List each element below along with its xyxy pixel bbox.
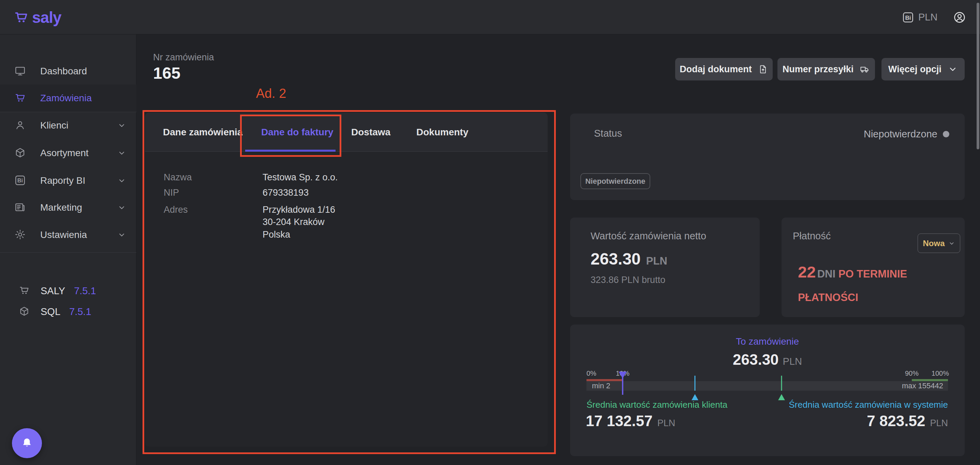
currency-label: PLN [918,11,937,23]
package-icon [14,147,27,159]
invoice-address-line1: Przykładowa 1/16 [262,205,335,215]
svg-text:Bi: Bi [18,177,23,183]
version-name: SALY [41,285,65,297]
tab-dostawa[interactable]: Dostawa [351,113,390,152]
tab-dokumenty[interactable]: Dokumenty [416,113,468,152]
currency-selector[interactable]: Bi PLN [902,0,937,35]
client-marker-triangle-icon [778,394,785,400]
gauge-title: To zamówienie [570,336,965,347]
version-number: 7.5.1 [74,285,96,297]
net-amount-currency: PLN [646,255,667,267]
news-icon [14,202,27,214]
active-tab-underline [245,150,336,152]
chevron-down-icon [117,149,126,157]
gauge-track: min 2 max 155442 [587,381,948,391]
invoice-nip-value: 679338193 [262,187,309,198]
overdue-days: 22 [798,263,816,281]
user-avatar-icon [953,11,966,24]
net-amount-number: 263.30 [590,249,641,268]
order-net-amount: 263.30 PLN [590,249,667,268]
main-content: Nr zamówienia 165 Dodaj dokument Numer p… [137,35,980,465]
overdue-days-unit: DNI [817,268,838,280]
gauge-min-label: min 2 [592,381,610,391]
cart-icon [19,285,30,297]
payment-title: Płatność [793,230,830,242]
client-average-value: 17 132.57PLN [586,413,675,430]
sidebar-item-dashboard[interactable]: Dashboard [0,58,137,85]
order-comparison-panel: To zamówienie 263.30PLN 0% 10% 90% 100% … [570,325,965,456]
sidebar-item-asortyment[interactable]: Asortyment [0,140,137,167]
invoice-address-line2: 30-204 Kraków [262,217,325,227]
status-chip-button[interactable]: Niepotwierdzone [581,173,650,189]
tab-bar: Dane zamówienia Dane do faktury Dostawa … [145,113,547,152]
payment-panel: Płatność Nowa 22 DNI PO TERMINIE PŁATNOŚ… [781,217,965,317]
vertical-scrollbar[interactable] [977,3,979,149]
percent-label-100: 100% [932,370,949,378]
system-average-label: Średnia wartość zamówienia w systemie [789,400,948,410]
invoice-address-label: Adres [164,205,188,215]
monitor-icon [14,65,27,78]
person-icon [14,119,27,132]
logo-text: saly [32,8,61,27]
bell-icon [21,437,33,450]
percent-label-0: 0% [587,370,597,378]
notifications-button[interactable] [12,428,42,458]
status-panel: Status Niepotwierdzone Niepotwierdzone [570,114,965,200]
app-logo[interactable]: saly [14,0,61,35]
version-number: 7.5.1 [69,306,91,317]
cart-icon [14,92,27,104]
cart-icon [14,10,29,25]
client-average-label: Średnia wartość zamówienia klienta [587,400,727,410]
gear-icon [14,229,27,241]
add-document-button[interactable]: Dodaj dokument [675,58,773,81]
annotation-label: Ad. 2 [252,86,290,101]
document-upload-icon [758,64,768,74]
sidebar-item-raporty-bi[interactable]: Bi Raporty BI [0,167,137,194]
svg-text:Bi: Bi [905,14,911,21]
chevron-down-icon [117,230,126,239]
status-dot [943,131,949,137]
sidebar-item-ustawienia[interactable]: Ustawienia [0,221,137,249]
chevron-down-icon [117,203,126,212]
order-details-panel: Dane zamówienia Dane do faktury Dostawa … [145,113,547,447]
status-title: Status [594,128,622,139]
tab-dane-zamowienia[interactable]: Dane zamówienia [163,113,242,152]
gauge-max-label: max 155442 [902,381,943,391]
payment-status-select[interactable]: Nowa [918,233,960,253]
sidebar-item-label: Klienci [40,120,68,131]
more-options-label: Więcej opcji [888,64,942,75]
invoice-name-label: Nazwa [164,172,192,183]
order-number-label: Nr zamówienia [153,52,214,63]
shipment-number-button[interactable]: Numer przesyłki [778,58,875,81]
order-value-panel: Wartość zamówienia netto 263.30 PLN 323.… [570,217,760,317]
gauge-value-currency: PLN [783,356,802,367]
sidebar-item-label: Zamówienia [40,93,92,104]
sidebar-item-klienci[interactable]: Klienci [0,112,137,139]
app-version-saly: SALY 7.5.1 [19,284,96,297]
bi-icon: Bi [14,175,27,187]
payment-status-value: Nowa [923,239,945,248]
order-value-title: Wartość zamówienia netto [590,230,706,242]
version-name: SQL [41,306,60,317]
status-value: Niepotwierdzone [864,129,937,140]
percent-label-10: 10% [610,370,636,378]
sidebar-item-marketing[interactable]: Marketing [0,194,137,221]
add-document-label: Dodaj dokument [679,64,752,75]
truck-icon [860,64,870,74]
package-icon [19,306,30,317]
user-account-button[interactable] [953,11,966,24]
topbar: saly Bi PLN [0,0,980,35]
invoice-name-value: Testowa Sp. z o.o. [262,172,338,183]
sidebar-item-label: Raporty BI [40,175,85,186]
gauge-value-number: 263.30 [733,351,779,368]
chevron-down-icon [117,176,126,185]
sidebar-item-zamowienia[interactable]: Zamówienia [0,84,137,112]
gross-amount-note: 323.86 PLN brutto [590,275,665,285]
percent-label-90: 90% [899,370,925,378]
invoice-nip-label: NIP [164,187,179,198]
more-options-button[interactable]: Więcej opcji [881,58,965,81]
sidebar-item-label: Marketing [40,202,82,213]
chevron-down-icon [948,64,958,74]
payment-overdue-message: 22 DNI PO TERMINIE PŁATNOŚCI [798,261,951,310]
tab-dane-do-faktury[interactable]: Dane do faktury [261,113,334,152]
